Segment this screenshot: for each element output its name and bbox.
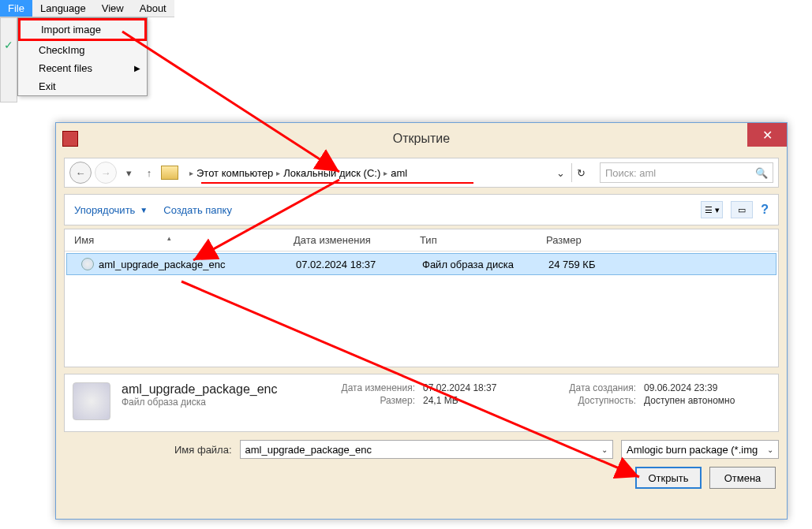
preview-pane-button[interactable]: ▭ [731, 201, 753, 218]
file-row[interactable]: aml_upgrade_package_enc 07.02.2024 18:37… [66, 253, 776, 275]
menu-check-img[interactable]: CheckImg [18, 41, 147, 59]
menu-language[interactable]: Language [32, 0, 94, 17]
app-icon [62, 131, 78, 147]
forward-button[interactable]: → [95, 162, 117, 184]
file-size: 24 759 КБ [548, 259, 643, 270]
submenu-arrow-icon: ▶ [134, 64, 140, 73]
menu-recent-label: Recent files [39, 62, 92, 74]
refresh-button[interactable]: ↻ [571, 163, 590, 182]
detail-filetype: Файл образа диска [122, 397, 294, 408]
column-type[interactable]: Тип [420, 234, 546, 246]
menu-recent-files[interactable]: Recent files ▶ [18, 59, 147, 77]
filter-value: Amlogic burn package (*.img [627, 444, 758, 456]
breadcrumb-drive[interactable]: Локальный диск (C:) [283, 167, 380, 179]
detail-modified-label: Дата изменения: [320, 382, 415, 393]
view-mode-button[interactable]: ☰ ▾ [701, 201, 723, 218]
file-type: Файл образа диска [422, 259, 548, 270]
organize-menu[interactable]: Упорядочить ▼ [74, 204, 148, 216]
check-icon: ✓ [4, 39, 13, 51]
breadcrumb-dropdown[interactable]: ⌄ [553, 167, 568, 179]
folder-icon [161, 166, 178, 180]
menu-import-image[interactable]: Import image [18, 18, 147, 41]
dialog-navbar: ← → ▾ ↑ ▸ Этот компьютер ▸ Локальный дис… [64, 158, 779, 188]
detail-size-value: 24,1 МБ [423, 395, 533, 406]
chevron-down-icon[interactable]: ⌄ [767, 445, 773, 454]
history-dropdown[interactable]: ▾ [120, 164, 137, 181]
filename-label: Имя файла: [174, 444, 232, 456]
chevron-right-icon: ▸ [276, 169, 280, 177]
details-pane: aml_upgrade_package_enc Файл образа диск… [64, 374, 779, 432]
filename-input[interactable]: aml_upgrade_package_enc ⌄ [240, 440, 613, 459]
detail-availability-label: Доступность: [541, 395, 636, 406]
breadcrumb-this-pc[interactable]: Этот компьютер [196, 167, 273, 179]
chevron-right-icon: ▸ [384, 169, 387, 177]
column-size[interactable]: Размер [546, 234, 641, 246]
detail-size-label: Размер: [320, 395, 415, 406]
help-icon[interactable]: ? [761, 203, 769, 217]
sort-indicator-icon: ▴ [167, 234, 171, 242]
detail-availability-value: Доступен автономно [644, 395, 770, 406]
column-date[interactable]: Дата изменения [294, 234, 420, 246]
menu-file[interactable]: File [0, 0, 32, 17]
file-menu-dropdown: Import image CheckImg Recent files ▶ Exi… [17, 17, 148, 96]
app-menubar: File Language View About [0, 0, 174, 17]
cancel-button[interactable]: Отмена [709, 467, 776, 489]
detail-created-value: 09.06.2024 23:39 [644, 382, 770, 393]
search-icon: 🔍 [755, 167, 768, 179]
up-button[interactable]: ↑ [140, 164, 158, 181]
back-button[interactable]: ← [69, 162, 92, 184]
breadcrumb[interactable]: ▸ Этот компьютер ▸ Локальный диск (C:) ▸… [185, 167, 550, 179]
dialog-titlebar: Открытие ✕ [56, 123, 787, 155]
disc-image-icon [81, 258, 94, 270]
dialog-footer: Имя файла: aml_upgrade_package_enc ⌄ Aml… [64, 440, 779, 489]
menu-view[interactable]: View [94, 0, 132, 17]
close-button[interactable]: ✕ [747, 123, 787, 147]
detail-modified-value: 07.02.2024 18:37 [423, 382, 533, 393]
chevron-down-icon: ▼ [140, 206, 148, 214]
organize-label: Упорядочить [74, 204, 135, 216]
file-date: 07.02.2024 18:37 [296, 259, 422, 270]
menu-exit[interactable]: Exit [18, 77, 147, 95]
detail-filename: aml_upgrade_package_enc [122, 382, 294, 397]
menu-check-gutter: ✓ [0, 17, 17, 102]
dialog-title: Открытие [393, 132, 450, 146]
menu-about[interactable]: About [132, 0, 174, 17]
file-thumbnail-icon [73, 382, 110, 420]
new-folder-button[interactable]: Создать папку [163, 204, 232, 216]
column-name-label: Имя [74, 234, 94, 246]
file-list-header: Имя ▴ Дата изменения Тип Размер [65, 229, 778, 251]
dialog-toolbar: Упорядочить ▼ Создать папку ☰ ▾ ▭ ? [64, 194, 779, 225]
open-button[interactable]: Открыть [635, 467, 702, 489]
chevron-down-icon[interactable]: ⌄ [601, 445, 608, 454]
file-open-dialog: Открытие ✕ ← → ▾ ↑ ▸ Этот компьютер ▸ Ло… [55, 122, 788, 520]
file-name: aml_upgrade_package_enc [99, 259, 225, 270]
detail-created-label: Дата создания: [541, 382, 636, 393]
chevron-right-icon: ▸ [189, 169, 193, 177]
file-list: Имя ▴ Дата изменения Тип Размер aml_upgr… [64, 229, 779, 367]
search-input[interactable]: Поиск: aml 🔍 [600, 162, 773, 183]
column-name[interactable]: Имя ▴ [65, 234, 294, 246]
file-filter-select[interactable]: Amlogic burn package (*.img ⌄ [621, 440, 779, 459]
breadcrumb-folder[interactable]: aml [391, 167, 407, 179]
search-placeholder: Поиск: aml [605, 167, 656, 179]
filename-value: aml_upgrade_package_enc [245, 444, 372, 456]
